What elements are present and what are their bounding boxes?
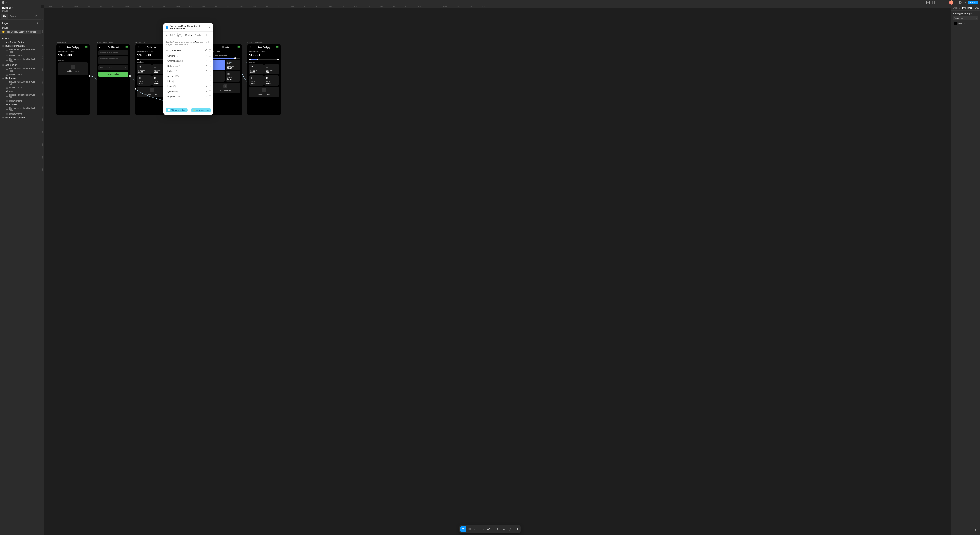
- move-tool[interactable]: [460, 526, 466, 532]
- layer-item[interactable]: Header Navigation Bar With Title: [0, 106, 41, 112]
- element-row[interactable]: ▸Repeating(9)ⓘ: [165, 94, 211, 99]
- zoom-level[interactable]: 67%▾: [975, 7, 980, 9]
- element-row[interactable]: ▸References(1)ⓘ: [165, 64, 211, 68]
- expand-icon[interactable]: ▸: [165, 80, 166, 82]
- help-icon[interactable]: ⓘ: [209, 80, 211, 83]
- help-icon[interactable]: ⓘ: [209, 59, 211, 62]
- avatar-chevron-icon[interactable]: ▾: [956, 2, 956, 3]
- help-icon[interactable]: ⓘ: [209, 65, 211, 67]
- layer-item[interactable]: Main Content: [0, 54, 41, 57]
- help-icon[interactable]: ⓘ: [209, 95, 211, 98]
- tab-data-model[interactable]: Data Model: [177, 33, 183, 38]
- help-icon[interactable]: ⓘ: [209, 85, 211, 88]
- search-icon[interactable]: [33, 14, 39, 19]
- actions-tool[interactable]: [508, 526, 513, 532]
- play-icon[interactable]: [205, 65, 208, 67]
- element-row[interactable]: ▸Screens(6)ⓘ: [165, 53, 211, 58]
- comment-tool[interactable]: [501, 526, 507, 532]
- ai-icon[interactable]: [926, 0, 930, 5]
- layer-item[interactable]: Main Content: [0, 86, 41, 89]
- refresh-icon[interactable]: [205, 49, 208, 52]
- share-button[interactable]: Share: [968, 1, 978, 5]
- layer-item[interactable]: Allocate: [0, 89, 41, 93]
- element-row[interactable]: ▸Info(4)ⓘ: [165, 79, 211, 84]
- play-icon[interactable]: [205, 54, 208, 57]
- present-chevron-icon[interactable]: ▾: [965, 2, 966, 3]
- layer-item[interactable]: Dashboard: [0, 76, 41, 80]
- shape-chevron[interactable]: ▾: [482, 526, 485, 532]
- layer-item[interactable]: Header Navigation Bar With Title: [0, 48, 41, 54]
- layer-item[interactable]: Add Bucket Button: [0, 41, 41, 44]
- element-row[interactable]: ▸Icons(0)ⓘ: [165, 84, 211, 89]
- ai-automarkup-button[interactable]: ✨AI Automarkup: [191, 108, 211, 113]
- frame-label[interactable]: Add Bucket: [56, 41, 66, 44]
- dev-tool[interactable]: [514, 526, 520, 532]
- play-icon[interactable]: [205, 90, 208, 93]
- close-icon[interactable]: [208, 26, 211, 29]
- shape-tool[interactable]: [476, 526, 482, 532]
- play-icon[interactable]: [205, 85, 208, 87]
- expand-icon[interactable]: ▸: [165, 75, 166, 77]
- frame-bucket-info[interactable]: Add Bucket Enter a bucket name Enter in …: [97, 44, 130, 115]
- tab-design[interactable]: Design: [953, 7, 959, 9]
- layer-item[interactable]: Dashboard Updated: [0, 116, 41, 119]
- layer-item[interactable]: Slide finish: [0, 103, 41, 106]
- layer-item[interactable]: Header Navigation Bar With Title: [0, 57, 41, 63]
- avatar[interactable]: [949, 0, 953, 5]
- play-icon[interactable]: [205, 70, 208, 72]
- ai-chat-button[interactable]: 💬AI Chat Assistant: [165, 108, 188, 113]
- layer-item[interactable]: Header Navigation Bar With Title: [0, 93, 41, 99]
- play-icon[interactable]: [205, 75, 208, 78]
- layer-item[interactable]: Main Content: [0, 99, 41, 103]
- project-location[interactable]: Drafts: [2, 10, 38, 12]
- help-icon[interactable]: ⓘ: [209, 75, 211, 78]
- play-icon[interactable]: [205, 95, 208, 98]
- expand-icon[interactable]: ▸: [165, 60, 166, 62]
- project-name[interactable]: Budgey▾: [2, 6, 38, 10]
- help-icon[interactable]: ⓘ: [209, 54, 211, 57]
- frame-dashboard-updated[interactable]: Free Budgey Available to Allocate $8000 …: [247, 44, 280, 115]
- page-item[interactable]: Drafts: [0, 26, 41, 30]
- tab-brief[interactable]: Brief: [170, 34, 175, 37]
- element-row[interactable]: ▸Fields(12)ⓘ: [165, 68, 211, 74]
- sparkle-icon[interactable]: ✦: [165, 34, 167, 37]
- frame-label[interactable]: Dashboard: [135, 41, 145, 44]
- frame-chevron[interactable]: ▾: [473, 526, 476, 532]
- gear-icon[interactable]: [205, 34, 207, 37]
- tab-prototype[interactable]: Prototype: [962, 7, 972, 9]
- expand-icon[interactable]: ▸: [165, 90, 166, 92]
- expand-icon[interactable]: ▸: [165, 86, 166, 87]
- help-icon[interactable]: ⓘ: [209, 70, 211, 73]
- layer-item[interactable]: Bucket Information: [0, 44, 41, 48]
- layer-item[interactable]: Main Content: [0, 73, 41, 76]
- help-icon[interactable]: ⓘ: [209, 90, 211, 93]
- frame-label[interactable]: Dashboard Updated: [247, 41, 265, 44]
- tab-assets[interactable]: Assets: [8, 14, 18, 19]
- layer-item[interactable]: Header Navigation Bar With Title: [0, 67, 41, 73]
- figma-menu-icon[interactable]: [2, 1, 5, 4]
- frame-label[interactable]: Bucket Information: [97, 41, 113, 44]
- tab-publish[interactable]: Publish: [195, 34, 202, 37]
- frame-allocate[interactable]: Allocate to Personal 0 / 8,000 remaining…: [209, 44, 242, 115]
- layer-item[interactable]: Add Bucket: [0, 63, 41, 67]
- element-row[interactable]: ▸Actions(26)ⓘ: [165, 74, 211, 79]
- expand-icon[interactable]: ▸: [165, 55, 166, 57]
- layer-item[interactable]: Main Content: [0, 112, 41, 116]
- help-button[interactable]: ?: [973, 528, 978, 533]
- tab-file[interactable]: File: [1, 14, 8, 19]
- play-icon[interactable]: [205, 60, 208, 62]
- dev-mode-icon[interactable]: [932, 0, 937, 5]
- element-row[interactable]: ▸Components(6)ⓘ: [165, 58, 211, 64]
- device-select[interactable]: No device▾: [953, 16, 978, 21]
- pen-chevron[interactable]: ▾: [492, 526, 494, 532]
- present-icon[interactable]: [959, 0, 963, 5]
- pen-tool[interactable]: [485, 526, 491, 532]
- expand-icon[interactable]: ▸: [165, 96, 166, 97]
- text-tool[interactable]: [495, 526, 501, 532]
- chevron-down-icon[interactable]: ▾: [6, 2, 7, 3]
- add-page-icon[interactable]: +: [37, 22, 38, 25]
- expand-icon[interactable]: ▸: [165, 65, 166, 67]
- expand-icon[interactable]: ▸: [165, 70, 166, 72]
- frame-tool[interactable]: [467, 526, 473, 532]
- frame-add-bucket[interactable]: Free Budgey Available to Allocate $10,00…: [56, 44, 89, 115]
